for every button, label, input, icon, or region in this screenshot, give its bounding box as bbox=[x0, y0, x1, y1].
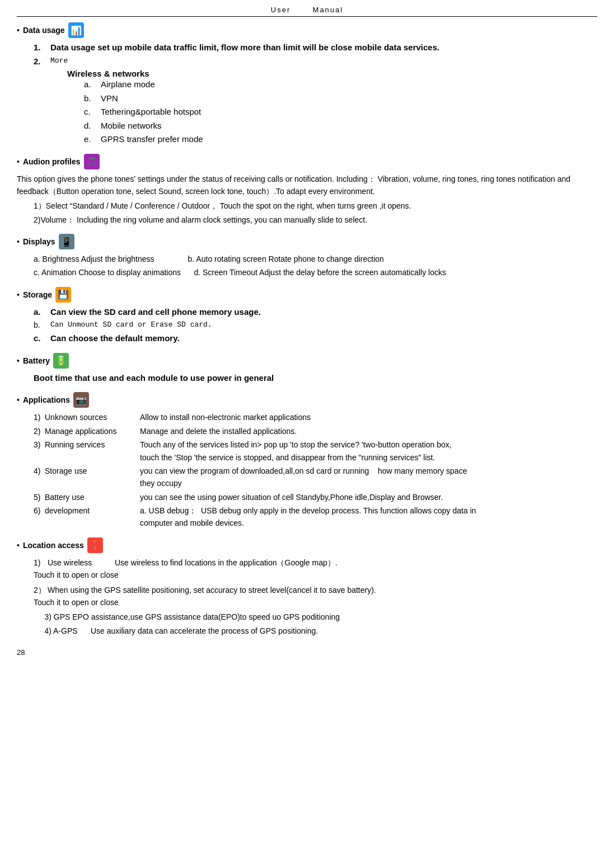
wireless-items: a. Airplane mode b. VPN c. Tethering&por… bbox=[84, 78, 597, 146]
wireless-networks: Wireless & networks a. Airplane mode b. … bbox=[67, 69, 597, 146]
location-item-4: 4) A-GPS Use auxiliary data can accelera… bbox=[34, 625, 597, 637]
displays-row-d: d. Screen Timeout Adjust the delay befor… bbox=[194, 268, 446, 277]
battery-content: Boot time that use and each module to us… bbox=[34, 372, 597, 385]
data-usage-title: • Data usage 📊 bbox=[17, 22, 597, 38]
app-item-4: 4) Storage use you can view the program … bbox=[34, 465, 597, 477]
displays-row-ab: a. Brightness Adjust the brightness b. A… bbox=[34, 253, 597, 265]
section-displays: • Displays 📱 a. Brightness Adjust the br… bbox=[17, 234, 597, 279]
storage-item-a: a. Can view the SD card and cell phone m… bbox=[34, 306, 597, 319]
data-usage-content: 1. Data usage set up mobile data traffic… bbox=[34, 41, 597, 146]
section-audio: • Audion profiles 🎵 This option gives th… bbox=[17, 154, 597, 227]
location-item-2: 2） When using the GPS satellite position… bbox=[34, 584, 597, 596]
applications-label: Applications bbox=[23, 395, 70, 404]
section-storage: • Storage 💾 a. Can view the SD card and … bbox=[17, 287, 597, 345]
storage-item-c: c. Can choose the default memory. bbox=[34, 332, 597, 345]
section-applications: • Applications 📷 1) Unknown sources Allo… bbox=[17, 392, 597, 530]
section-battery: • Battery 🔋 Boot time that use and each … bbox=[17, 353, 597, 385]
location-item-1-sub: Touch it to open or close bbox=[34, 569, 597, 581]
app-item-3-sub: touch the 'Stop 'the service is stopped,… bbox=[140, 451, 597, 464]
battery-label: Battery bbox=[23, 356, 50, 365]
wireless-item-b: b. VPN bbox=[84, 92, 597, 105]
app-item-4-sub: they occupy bbox=[140, 477, 597, 489]
app-item-6: 6) development a. USB debug： USB debug o… bbox=[34, 504, 597, 517]
applications-content: 1) Unknown sources Allow to install non-… bbox=[34, 411, 597, 530]
page-number: 28 bbox=[17, 648, 597, 657]
displays-title: • Displays 📱 bbox=[17, 234, 597, 249]
audio-content: This option gives the phone tones’ setti… bbox=[17, 173, 597, 227]
displays-row-c: c. Animation Choose to display animation… bbox=[34, 268, 181, 277]
app-item-3: 3) Running services Touch any of the ser… bbox=[34, 438, 597, 451]
displays-content: a. Brightness Adjust the brightness b. A… bbox=[34, 253, 597, 279]
data-usage-item1: 1. Data usage set up mobile data traffic… bbox=[34, 41, 597, 54]
header-right: Manual bbox=[313, 6, 344, 14]
location-item-1: 1) Use wireless Use wireless to find loc… bbox=[34, 556, 597, 569]
battery-title: • Battery 🔋 bbox=[17, 353, 597, 369]
audio-paragraph1: This option gives the phone tones’ setti… bbox=[17, 173, 597, 198]
applications-title: • Applications 📷 bbox=[17, 392, 597, 408]
app-item-6-sub: computer and mobile devices. bbox=[140, 517, 597, 529]
displays-icon: 📱 bbox=[59, 234, 74, 249]
storage-title: • Storage 💾 bbox=[17, 287, 597, 303]
displays-label: Displays bbox=[23, 237, 55, 246]
app-item-5: 5) Battery use you can see the using pow… bbox=[34, 491, 597, 503]
section-location: • Location access 📍 1) Use wireless Use … bbox=[17, 537, 597, 637]
location-content: 1) Use wireless Use wireless to find loc… bbox=[34, 556, 597, 637]
displays-row-b: b. Auto rotating screen Rotate phone to … bbox=[188, 253, 384, 265]
storage-label: Storage bbox=[23, 290, 52, 299]
storage-icon: 💾 bbox=[55, 287, 71, 303]
audio-icon: 🎵 bbox=[84, 154, 100, 169]
battery-icon: 🔋 bbox=[53, 353, 69, 369]
battery-text: Boot time that use and each module to us… bbox=[34, 372, 597, 385]
location-item-2-sub: Touch it to open or close bbox=[34, 596, 597, 608]
audio-label: Audion profiles bbox=[23, 157, 81, 166]
wireless-label: Wireless & networks bbox=[67, 69, 597, 78]
location-label: Location access bbox=[23, 541, 84, 550]
displays-row-cd: c. Animation Choose to display animation… bbox=[34, 266, 597, 279]
audio-item1: 1）Select “Standard / Mute / Conference /… bbox=[34, 200, 597, 226]
location-title: • Location access 📍 bbox=[17, 537, 597, 553]
data-usage-icon: 📊 bbox=[68, 22, 84, 38]
applications-icon: 📷 bbox=[73, 392, 89, 408]
app-item-1: 1) Unknown sources Allow to install non-… bbox=[34, 411, 597, 423]
audio-title: • Audion profiles 🎵 bbox=[17, 154, 597, 169]
data-usage-item1-text: Data usage set up mobile data traffic li… bbox=[50, 41, 439, 54]
header-left: User bbox=[271, 6, 290, 14]
wireless-item-a: a. Airplane mode bbox=[84, 78, 597, 91]
wireless-item-c: c. Tethering&portable hotspot bbox=[84, 106, 597, 119]
location-item-3: 3) GPS EPO assistance,use GPS assistance… bbox=[34, 611, 597, 623]
data-usage-item2: 2. More bbox=[34, 55, 597, 68]
storage-item-b: b. Can Unmount SD card or Erase SD card. bbox=[34, 319, 597, 331]
data-usage-label: Data usage bbox=[23, 26, 65, 35]
wireless-item-d: d. Mobile networks bbox=[84, 120, 597, 133]
storage-content: a. Can view the SD card and cell phone m… bbox=[34, 306, 597, 345]
data-usage-more: More bbox=[50, 55, 68, 68]
app-item-2: 2) Manage applications Manage and delete… bbox=[34, 425, 597, 437]
displays-row-a: a. Brightness Adjust the brightness bbox=[34, 253, 154, 265]
location-icon: 📍 bbox=[87, 537, 103, 553]
wireless-item-e: e. GPRS transfer prefer mode bbox=[84, 133, 597, 146]
page-header: User Manual bbox=[17, 6, 597, 17]
section-data-usage: • Data usage 📊 1. Data usage set up mobi… bbox=[17, 22, 597, 146]
